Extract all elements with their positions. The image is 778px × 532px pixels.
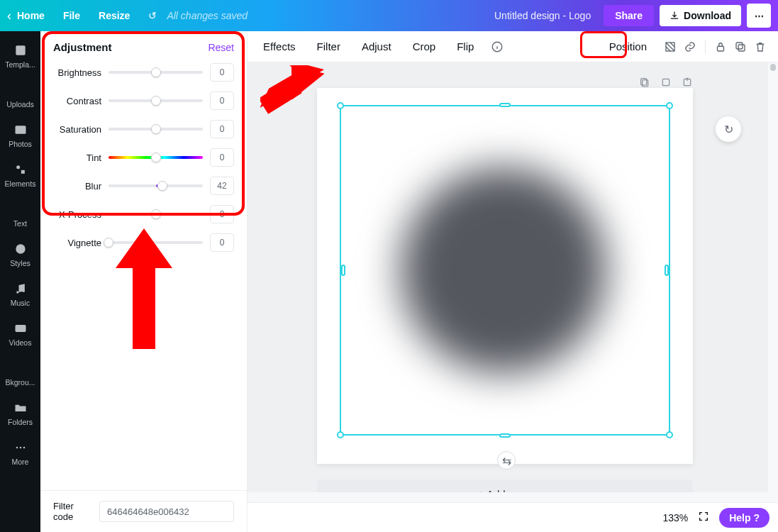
slider-vignette: Vignette0 [53,233,234,252]
lock-icon[interactable] [714,40,727,53]
tab-flip[interactable]: Flip [452,38,478,55]
svg-rect-1 [15,126,26,134]
slider-saturation: Saturation0 [53,120,234,138]
slider-thumb[interactable] [151,153,161,162]
slider-value[interactable]: 0 [210,63,234,82]
rail-elements[interactable]: Elements [0,155,40,194]
rail-more[interactable]: More [0,433,40,472]
slider-thumb[interactable] [151,209,161,219]
slider-value[interactable]: 0 [210,120,234,138]
info-icon[interactable] [491,40,504,53]
duplicate-icon[interactable] [734,40,747,53]
slider-x-process: X-Process0 [53,205,234,223]
slider-thumb[interactable] [151,67,161,77]
svg-point-11 [16,447,18,449]
editor-area: Effects Filter Adjust Crop Flip Position [248,31,778,532]
slider-label: X-Process [53,209,101,220]
reset-button[interactable]: Reset [208,42,234,53]
photos-icon [13,123,28,137]
slider-thumb[interactable] [157,181,167,191]
resize-nav[interactable]: Resize [99,10,130,21]
copy-page-icon[interactable] [639,77,650,88]
svg-point-9 [22,290,24,292]
back-icon[interactable]: ‹ [7,9,11,23]
templates-icon [13,43,28,57]
tab-effects[interactable]: Effects [259,38,300,55]
music-icon [13,282,28,296]
rail-uploads[interactable]: Uploads [0,75,40,115]
rail-photos[interactable]: Photos [0,115,40,155]
rail-styles[interactable]: Styles [0,234,40,274]
top-bar: ‹ Home File Resize ↺ All changes saved U… [0,0,778,31]
position-button[interactable]: Position [605,38,651,55]
filter-code-label: Filter code [53,501,89,522]
slider-track[interactable] [109,156,203,159]
svg-rect-24 [641,79,647,85]
undo-icon[interactable]: ↺ [148,10,157,21]
slider-value[interactable]: 0 [210,233,234,252]
slider-track[interactable] [109,71,203,74]
elements-icon [13,162,28,177]
tab-crop[interactable]: Crop [409,38,440,55]
slider-label: Blur [53,181,101,192]
help-button[interactable]: Help ? [719,508,769,528]
rail-folders[interactable]: Folders [0,393,40,433]
download-button[interactable]: Download [660,5,741,26]
slider-label: Saturation [53,124,101,135]
canvas-wrap: ⇆ ↻ + Add page [248,62,778,502]
duplicate-page-icon[interactable] [660,77,672,88]
rail-background[interactable]: Bkgrou... [0,353,40,393]
document-title[interactable]: Untitled design - Logo [494,10,591,21]
context-toolbar: Effects Filter Adjust Crop Flip Position [248,31,778,62]
slider-track[interactable] [109,213,203,216]
slider-track[interactable] [109,241,203,244]
svg-point-7 [21,247,23,249]
slider-value[interactable]: 0 [210,92,234,110]
styles-icon [13,242,28,256]
link-icon[interactable] [684,40,696,53]
page-tools [639,77,693,88]
file-nav[interactable]: File [63,10,80,21]
share-button[interactable]: Share [604,5,654,26]
uploads-icon [13,83,28,97]
share-page-icon[interactable] [682,77,693,88]
slider-brightness: Brightness0 [53,63,234,82]
zoom-level[interactable]: 133% [662,512,688,523]
filter-code-input[interactable] [99,501,234,522]
slider-thumb[interactable] [151,96,161,106]
slider-track[interactable] [109,128,203,131]
sync-button[interactable]: ⇆ [497,451,516,470]
slider-value[interactable]: 0 [210,148,234,167]
svg-point-5 [16,244,25,253]
refresh-button[interactable]: ↻ [716,116,741,142]
slider-label: Contrast [53,96,101,106]
tab-adjust[interactable]: Adjust [357,38,396,55]
slider-tint: Tint0 [53,148,234,167]
trash-icon[interactable] [754,40,767,53]
svg-point-8 [16,291,18,293]
slider-thumb[interactable] [104,238,113,248]
rail-text[interactable]: Text [0,194,40,234]
rail-templates[interactable]: Templa... [0,35,40,75]
svg-rect-17 [718,46,724,51]
rail-videos[interactable]: Videos [0,314,40,353]
slider-track[interactable] [109,99,203,102]
slider-value[interactable]: 0 [210,205,234,223]
tab-filter[interactable]: Filter [313,38,345,55]
slider-track[interactable] [109,184,203,187]
fullscreen-icon[interactable] [698,511,709,525]
rail-music[interactable]: Music [0,274,40,314]
more-button[interactable]: ⋯ [747,4,771,28]
transparency-icon[interactable] [664,40,677,53]
vertical-scrollbar[interactable] [768,62,778,502]
horizontal-scrollbar[interactable] [248,492,768,502]
panel-title: Adjustment [53,41,112,53]
slider-label: Tint [53,153,101,163]
svg-rect-4 [21,170,24,174]
slider-thumb[interactable] [151,124,161,134]
slider-value[interactable]: 42 [210,177,234,195]
download-icon [669,11,679,21]
selection-box[interactable] [340,105,670,436]
home-nav[interactable]: Home [17,10,45,21]
adjustment-panel: Adjustment Reset Brightness0Contrast0Sat… [40,31,247,532]
